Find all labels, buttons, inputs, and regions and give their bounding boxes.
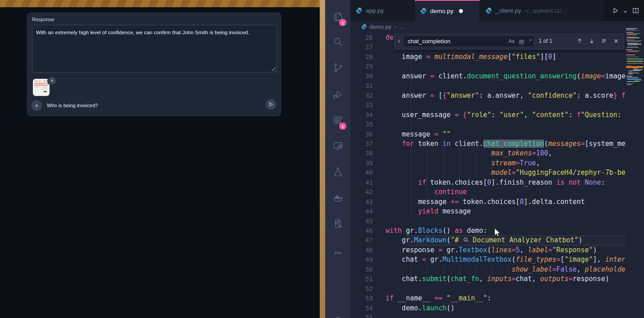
minimap-row [626, 55, 635, 55]
minimap-row [627, 47, 639, 48]
minimap-row [626, 32, 633, 33]
line-number: 40 [350, 168, 373, 177]
activity-testing-icon[interactable] [325, 160, 350, 183]
tab-demo.py[interactable]: demo.py [415, 0, 480, 21]
activity-explorer-icon[interactable]: 1 [325, 5, 350, 28]
code-text: yield message [385, 207, 471, 216]
minimap-row [627, 43, 638, 44]
python-file-icon [420, 8, 427, 14]
code-text: chat.submit(chat_fn, inputs=chat, output… [385, 274, 609, 284]
tab-app.py[interactable]: app.py [350, 0, 415, 21]
close-find-button[interactable] [613, 38, 619, 44]
activity-source-control-icon[interactable] [325, 56, 350, 79]
activity-extensions-icon[interactable]: 1 [325, 109, 350, 132]
code-line-37: 37 for token in client.chat_completion(m… [350, 139, 625, 149]
regex-toggle[interactable]: .* [528, 38, 531, 44]
minimap-row [627, 81, 639, 82]
code-text: chat = gr.MultimodalTextbox(file_types=[… [385, 255, 625, 264]
send-button[interactable] [266, 99, 276, 109]
response-text: With an extremely high level of confiden… [36, 30, 249, 35]
minimap-row [626, 30, 639, 31]
activity-bar: 11 [325, 0, 350, 318]
chat-input-text[interactable]: Who is being invoiced? [47, 103, 98, 108]
modified-dot-icon [459, 9, 463, 13]
code-text: continue [385, 187, 467, 197]
minimap[interactable] [626, 28, 644, 87]
code-line-39: 39 stream=True, [350, 159, 625, 168]
line-number: 38 [350, 149, 373, 158]
find-in-selection-button[interactable] [601, 38, 607, 44]
line-number: 44 [350, 207, 373, 216]
minimap-row [628, 44, 641, 45]
activity-remote-explorer-icon[interactable] [325, 135, 350, 157]
line-number: 27 [350, 42, 373, 52]
line-number: 53 [350, 294, 373, 303]
breadcrumb-more[interactable]: ... [399, 24, 404, 30]
minimap-row [626, 28, 638, 29]
minimap-row [633, 69, 642, 70]
minimap-row [626, 29, 635, 30]
run-dropdown-chevron-icon[interactable] [623, 8, 628, 14]
tab-label: demo.py [430, 8, 454, 14]
line-number: 30 [350, 72, 373, 81]
code-text: message = "" [385, 130, 451, 139]
code-line-29: 29 [350, 62, 625, 71]
line-number: 55 [350, 313, 373, 318]
breadcrumb[interactable]: demo.py › ... [350, 21, 644, 32]
activity-run-debug-icon[interactable] [325, 83, 350, 105]
line-number: 54 [350, 304, 373, 313]
tab-_client.py[interactable]: _client.py~/.../python3.11/... [480, 0, 604, 21]
code-line-52: 52 [350, 284, 625, 294]
window-top-strip [0, 0, 320, 7]
code-line-32: 32 answer = [{"answer": a.answer, "confi… [350, 91, 625, 100]
desktop-wallpaper-strip [320, 0, 325, 318]
find-input[interactable]: chat_completion Aa ab .* [404, 36, 534, 47]
whole-word-toggle[interactable]: ab [519, 38, 524, 44]
line-number: 50 [350, 265, 373, 274]
breadcrumb-file[interactable]: demo.py [370, 24, 391, 30]
toggle-replace-chevron-icon[interactable]: › [398, 37, 400, 45]
minimap-row [627, 57, 639, 58]
code-text: if __name__ == "__main__": [385, 294, 491, 303]
resize-handle[interactable] [271, 67, 276, 71]
minimap-row [629, 72, 632, 73]
line-number: 35 [350, 120, 373, 129]
code-line-41: 41 if token.choices[0].finish_reason is … [350, 178, 625, 187]
remove-attachment-button[interactable]: × [47, 76, 57, 86]
activity-tools-file-icon[interactable] [325, 212, 350, 235]
code-line-43: 43 message += token.choices[0].delta.con… [350, 197, 625, 207]
response-textbox[interactable]: With an extremely high level of confiden… [32, 25, 277, 73]
code-line-44: 44 yield message [350, 207, 625, 216]
minimap-row [627, 41, 641, 41]
add-file-button[interactable]: + [31, 100, 42, 111]
code-line-31: 31 [350, 81, 625, 91]
activity-search-icon[interactable] [325, 30, 350, 53]
next-match-button[interactable] [589, 38, 595, 44]
line-number: 37 [350, 139, 373, 149]
activity-docker-icon[interactable] [325, 186, 350, 209]
previous-match-button[interactable] [576, 38, 583, 44]
tab-description: ~/.../python3.11/... [524, 8, 566, 14]
code-line-33: 33 [350, 100, 625, 110]
line-number: 26 [350, 33, 373, 42]
minimap-row [627, 63, 643, 64]
minimap-row [628, 45, 637, 46]
code-line-38: 38 max_tokens=100, [350, 149, 625, 158]
split-editor-button[interactable] [632, 7, 639, 14]
run-button[interactable] [612, 7, 619, 14]
minimap-row [626, 76, 632, 77]
minimap-row [627, 34, 637, 35]
line-number: 49 [350, 255, 373, 264]
line-number: 52 [350, 284, 373, 294]
line-number: 34 [350, 110, 373, 120]
code-text: for token in client.chat_completion(mess… [385, 139, 625, 149]
code-line-42: 42 continue [350, 187, 625, 197]
mouse-cursor [494, 228, 501, 237]
activity-account-icon[interactable] [325, 310, 350, 318]
match-case-toggle[interactable]: Aa [508, 38, 514, 44]
minimap-row [627, 77, 638, 78]
code-text: model="HuggingFaceH4/zephyr-7b-beta [385, 168, 625, 177]
close-icon: × [51, 78, 54, 83]
activity-more-icon[interactable] [325, 241, 350, 264]
code-text: show_label=False, placeholder= [385, 265, 625, 274]
